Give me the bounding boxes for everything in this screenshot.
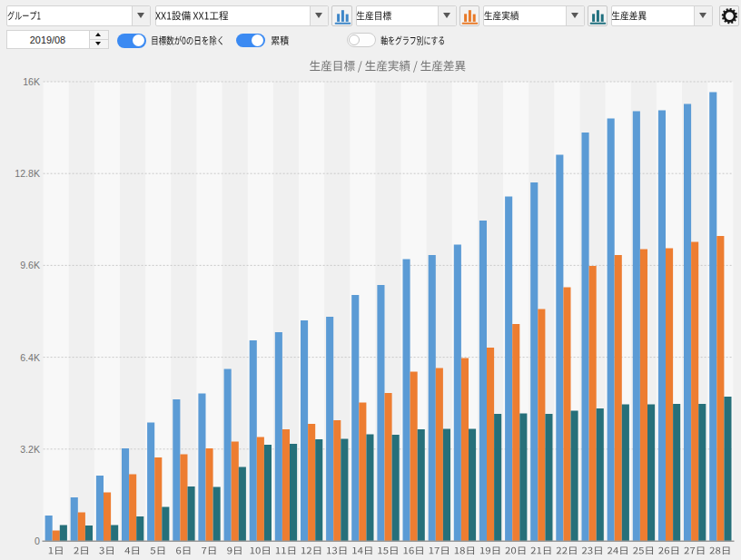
svg-text:16K: 16K	[23, 76, 40, 87]
svg-text:6.4K: 6.4K	[20, 352, 40, 363]
svg-text:9.6K: 9.6K	[20, 260, 40, 270]
svg-text:12.8K: 12.8K	[15, 168, 40, 179]
svg-text:3.2K: 3.2K	[20, 444, 40, 455]
svg-text:0: 0	[35, 535, 40, 546]
